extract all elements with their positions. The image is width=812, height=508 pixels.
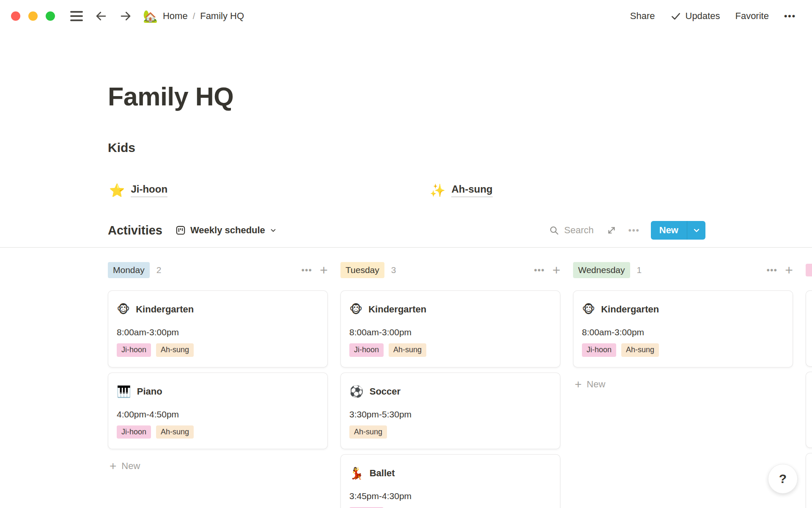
column-add-icon[interactable]: + — [785, 263, 793, 277]
card-tag: Ji-hoon — [117, 425, 151, 439]
card-time: 8:00am-3:00pm — [582, 326, 784, 338]
plus-icon: + — [110, 460, 116, 472]
column-name-pill[interactable]: Wednesday — [573, 262, 630, 278]
breadcrumb: 🏡 Home / Family HQ — [143, 9, 244, 23]
card-time: 3:30pm-5:30pm — [349, 409, 551, 420]
card-title: Kindergarten — [368, 303, 426, 316]
breadcrumb-separator: / — [193, 11, 195, 21]
page-title: Family HQ — [108, 82, 233, 111]
card-title: Soccer — [370, 385, 401, 398]
card-emoji-icon: 💃 — [349, 467, 364, 480]
card-title-row: 💃 Ballet — [349, 467, 551, 480]
sidebar-menu-icon[interactable] — [70, 11, 83, 21]
updates-button[interactable]: Updates — [670, 11, 720, 22]
card-tag: Ji-hoon — [117, 343, 151, 357]
topbar-actions: Share Updates Favorite ••• — [630, 11, 796, 22]
topbar: 🏡 Home / Family HQ Share Updates Favorit… — [0, 0, 812, 32]
close-window-button[interactable] — [11, 11, 20, 21]
view-more-icon[interactable]: ••• — [628, 226, 640, 235]
activity-card[interactable] — [806, 290, 812, 367]
card-emoji-icon: 🎹 — [117, 385, 131, 398]
card-title-row: 🐵 Kindergarten — [117, 303, 319, 316]
breadcrumb-current[interactable]: Family HQ — [200, 11, 244, 22]
page-link-ji-hoon[interactable]: ⭐ Ji-hoon — [109, 183, 167, 198]
minimize-window-button[interactable] — [28, 11, 38, 21]
column-header: Wednesday 1 ••• + — [573, 262, 793, 279]
collection-header: Activities Weekly schedule Search ••• Ne… — [108, 219, 705, 241]
view-tab-weekly-schedule[interactable]: Weekly schedule — [175, 225, 277, 236]
card-time: 4:00pm-4:50pm — [117, 409, 319, 420]
help-label: ? — [779, 472, 787, 486]
back-icon[interactable] — [95, 10, 107, 22]
page-emoji-icon: 🏡 — [143, 9, 158, 23]
card-tags: Ji-hoonAh-sung — [117, 425, 319, 439]
view-label: Weekly schedule — [190, 225, 265, 236]
card-time: 3:45pm-4:30pm — [349, 490, 551, 502]
new-button[interactable]: New — [651, 221, 705, 240]
new-button-label[interactable]: New — [651, 221, 687, 240]
card-tag: Ji-hoon — [582, 343, 616, 357]
board-column — [806, 255, 812, 508]
card-title: Ballet — [370, 467, 395, 480]
column-new-button[interactable]: + New — [108, 458, 328, 475]
card-emoji-icon: 🐵 — [582, 303, 595, 316]
favorite-button[interactable]: Favorite — [735, 11, 768, 22]
column-name-pill[interactable]: Monday — [108, 262, 150, 278]
chevron-down-icon — [692, 226, 701, 235]
page-link-ah-sung[interactable]: ✨ Ah-sung — [430, 183, 493, 198]
column-add-icon[interactable]: + — [552, 263, 560, 277]
activity-card[interactable]: ⚽ Soccer 3:30pm-5:30pm Ah-sung — [340, 373, 560, 450]
column-new-button[interactable]: + New — [573, 376, 793, 393]
forward-icon[interactable] — [119, 10, 132, 22]
collection-controls: Search ••• New — [549, 221, 705, 240]
column-header: Tuesday 3 ••• + — [340, 262, 560, 279]
card-title-row: 🐵 Kindergarten — [349, 303, 551, 316]
card-title-row: 🐵 Kindergarten — [582, 303, 784, 316]
search-button[interactable]: Search — [549, 225, 594, 236]
zoom-window-button[interactable] — [46, 11, 55, 21]
column-more-icon[interactable]: ••• — [302, 265, 313, 275]
kids-heading: Kids — [108, 141, 135, 155]
updates-label: Updates — [686, 11, 720, 22]
activity-card[interactable] — [806, 453, 812, 508]
column-more-icon[interactable]: ••• — [534, 265, 545, 275]
page-link-label: Ah-sung — [451, 183, 492, 197]
collection-title: Activities — [108, 224, 162, 237]
card-tags: Ji-hoonAh-sung — [582, 343, 784, 357]
column-cards: 🐵 Kindergarten 8:00am-3:00pm Ji-hoonAh-s… — [108, 290, 328, 449]
board-column: Tuesday 3 ••• + 🐵 Kindergarten 8:00am-3:… — [340, 255, 560, 508]
star-icon: ⭐ — [109, 183, 125, 198]
activity-card[interactable] — [806, 372, 812, 448]
column-count: 1 — [637, 265, 642, 275]
new-dropdown-button[interactable] — [687, 221, 705, 240]
activity-card[interactable]: 🐵 Kindergarten 8:00am-3:00pm Ji-hoonAh-s… — [573, 290, 793, 367]
column-name-pill[interactable]: Tuesday — [340, 262, 384, 278]
page-link-label: Ji-hoon — [131, 183, 167, 197]
activity-card[interactable]: 🎹 Piano 4:00pm-4:50pm Ji-hoonAh-sung — [108, 373, 328, 450]
window-controls — [11, 11, 55, 21]
more-options-icon[interactable]: ••• — [784, 11, 796, 21]
card-tags: Ji-hoonAh-sung — [117, 343, 319, 357]
column-count: 3 — [391, 265, 396, 275]
activity-card[interactable]: 🐵 Kindergarten 8:00am-3:00pm Ji-hoonAh-s… — [340, 290, 560, 367]
chevron-down-icon — [269, 226, 277, 234]
expand-icon[interactable] — [606, 225, 617, 235]
card-title: Piano — [137, 385, 162, 398]
card-title-row: 🎹 Piano — [117, 385, 319, 398]
board-column: Wednesday 1 ••• + 🐵 Kindergarten 8:00am-… — [573, 255, 793, 393]
board-column: Monday 2 ••• + 🐵 Kindergarten 8:00am-3:0… — [108, 255, 328, 475]
card-emoji-icon: 🐵 — [349, 303, 362, 316]
kids-links-row: ⭐ Ji-hoon ✨ Ah-sung — [0, 183, 812, 204]
column-count: 2 — [156, 265, 162, 275]
column-cards — [806, 290, 812, 508]
activity-card[interactable]: 🐵 Kindergarten 8:00am-3:00pm Ji-hoonAh-s… — [108, 290, 328, 367]
column-name-pill[interactable] — [806, 264, 812, 276]
breadcrumb-home[interactable]: Home — [163, 11, 188, 22]
column-more-icon[interactable]: ••• — [767, 265, 778, 275]
help-button[interactable]: ? — [768, 464, 798, 494]
card-title: Kindergarten — [136, 303, 194, 316]
activity-card[interactable]: 💃 Ballet 3:45pm-4:30pm Ji-hoon — [340, 454, 560, 508]
share-button[interactable]: Share — [630, 11, 655, 22]
column-add-icon[interactable]: + — [320, 263, 328, 277]
collection-divider — [0, 247, 812, 248]
